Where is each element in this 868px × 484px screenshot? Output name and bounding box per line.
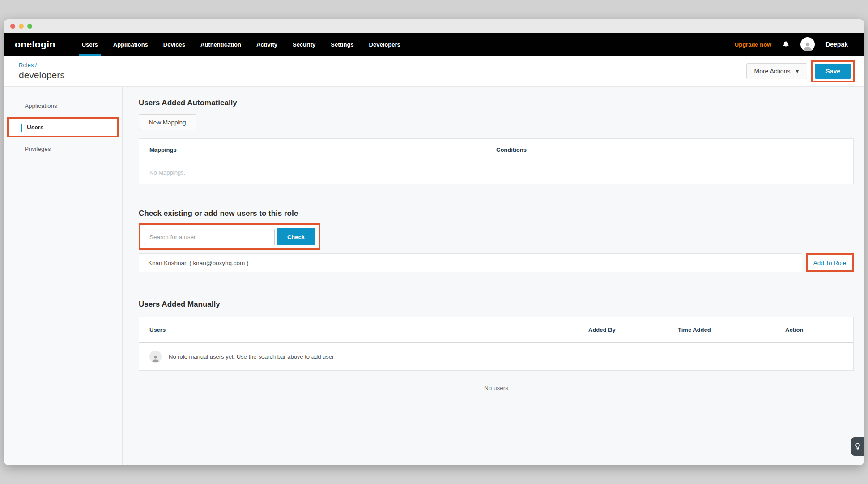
add-to-role-annotation-box: Add To Role — [806, 253, 854, 272]
nav-tab-authentication[interactable]: Authentication — [193, 33, 249, 56]
minimize-window-button[interactable] — [19, 24, 24, 29]
column-header-time-added: Time Added — [678, 326, 785, 333]
content-layout: Applications Users Privileges Users Adde… — [4, 87, 864, 465]
top-navbar: onelogin Users Applications Devices Auth… — [4, 33, 864, 56]
nav-items: Users Applications Devices Authenticatio… — [74, 33, 408, 56]
check-section-heading: Check existing or add new users to this … — [139, 209, 854, 218]
add-to-role-link[interactable]: Add To Role — [813, 260, 846, 266]
mappings-table-header: Mappings Conditions — [139, 139, 853, 161]
column-header-mappings: Mappings — [149, 146, 496, 153]
search-annotation-box: Check — [139, 223, 320, 250]
column-header-added-by: Added By — [588, 326, 678, 333]
nav-tab-developers[interactable]: Developers — [362, 33, 408, 56]
window-titlebar — [4, 19, 864, 33]
page-header: Roles / developers More Actions ▼ Save — [4, 56, 864, 87]
onelogin-logo: onelogin — [15, 33, 55, 56]
chevron-down-icon: ▼ — [795, 69, 800, 74]
check-button[interactable]: Check — [277, 228, 315, 245]
more-actions-label: More Actions — [754, 68, 790, 75]
upgrade-now-link[interactable]: Upgrade now — [735, 41, 771, 48]
mappings-table: Mappings Conditions No Mappings. — [139, 138, 854, 184]
users-annotation-box: Users — [7, 117, 119, 137]
search-user-input[interactable] — [144, 229, 275, 245]
nav-tab-activity[interactable]: Activity — [249, 33, 285, 56]
notification-bell-icon[interactable] — [782, 40, 790, 49]
auto-section-heading: Users Added Automatically — [139, 99, 854, 107]
more-actions-button[interactable]: More Actions ▼ — [746, 63, 807, 79]
help-lightbulb-tab[interactable] — [851, 437, 864, 456]
lightbulb-icon — [855, 443, 860, 450]
column-header-users: Users — [149, 326, 588, 333]
page-title: developers — [19, 70, 65, 81]
sidebar-item-applications[interactable]: Applications — [4, 98, 122, 114]
manual-users-table: Users Added By Time Added Action No role… — [139, 317, 854, 371]
save-button[interactable]: Save — [815, 64, 851, 79]
maximize-window-button[interactable] — [27, 24, 32, 29]
sidebar-item-users[interactable]: Users — [27, 124, 44, 131]
nav-tab-security[interactable]: Security — [285, 33, 323, 56]
app-window: onelogin Users Applications Devices Auth… — [4, 19, 864, 465]
manual-users-table-header: Users Added By Time Added Action — [139, 317, 853, 343]
header-actions: More Actions ▼ Save — [746, 60, 855, 82]
user-avatar[interactable] — [800, 37, 815, 51]
manual-section-heading: Users Added Manually — [139, 300, 854, 309]
save-annotation-box: Save — [811, 60, 855, 82]
manual-users-empty-row: No role manual users yet. Use the search… — [139, 343, 853, 370]
close-window-button[interactable] — [10, 24, 15, 29]
nav-tab-devices[interactable]: Devices — [156, 33, 193, 56]
mappings-empty-row: No Mappings. — [139, 161, 853, 184]
nav-tab-settings[interactable]: Settings — [323, 33, 361, 56]
active-indicator-bar — [21, 124, 22, 132]
nav-tab-applications[interactable]: Applications — [106, 33, 156, 56]
navbar-right: Upgrade now Deepak — [735, 33, 848, 56]
username-label[interactable]: Deepak — [825, 41, 848, 48]
page-title-block: Roles / developers — [19, 62, 65, 81]
breadcrumb[interactable]: Roles / — [19, 62, 65, 69]
no-users-text: No users — [139, 385, 854, 391]
user-result-row: Kiran Krishnan ( kiran@boxyhq.com ) — [139, 253, 802, 272]
sidebar: Applications Users Privileges — [4, 87, 123, 465]
sidebar-item-privileges[interactable]: Privileges — [4, 141, 122, 157]
no-manual-users-text: No role manual users yet. Use the search… — [169, 353, 334, 360]
placeholder-avatar-icon — [149, 351, 162, 363]
search-result-line: Kiran Krishnan ( kiran@boxyhq.com ) Add … — [139, 253, 854, 272]
column-header-conditions: Conditions — [496, 146, 843, 153]
new-mapping-button[interactable]: New Mapping — [139, 114, 196, 130]
main-content: Users Added Automatically New Mapping Ma… — [123, 87, 864, 465]
no-mappings-text: No Mappings. — [149, 169, 185, 176]
nav-tab-users[interactable]: Users — [74, 33, 106, 56]
user-result-text: Kiran Krishnan ( kiran@boxyhq.com ) — [148, 260, 249, 266]
column-header-action: Action — [785, 326, 853, 333]
